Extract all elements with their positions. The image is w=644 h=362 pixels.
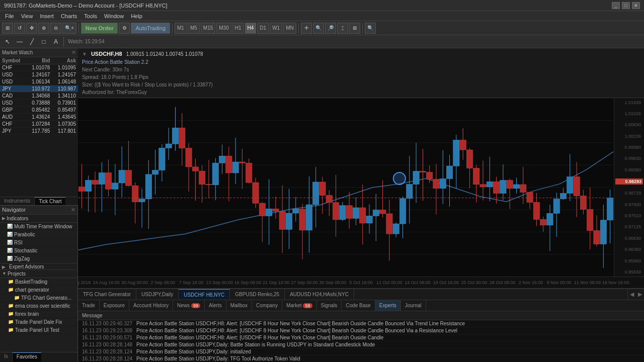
tb-zoom-out2[interactable]: ⊖ — [50, 23, 61, 34]
tb-refresh[interactable]: ↺ — [14, 23, 25, 34]
menu-charts[interactable]: Charts — [58, 12, 80, 20]
chart-body[interactable]: 1.019391.010261.006301.002260.999800.996… — [78, 98, 644, 277]
tick-chart-tab[interactable]: Tick Chart — [35, 197, 65, 205]
nav-project-item[interactable]: 📁chart generator — [0, 286, 77, 294]
nav-project-item[interactable]: 📁BasketTrading — [0, 278, 77, 286]
bottom-tab[interactable]: Experts — [375, 300, 401, 311]
new-order-button[interactable]: New Order — [81, 23, 118, 34]
watch-row[interactable]: USD 1.06134 1.06148 — [0, 78, 78, 85]
nav-tab-favorites[interactable]: Favorites — [13, 352, 41, 362]
tb-move[interactable]: ✥ — [26, 23, 37, 34]
maximize-button[interactable]: □ — [622, 2, 630, 9]
nav-item[interactable]: 📊Stochastic — [0, 247, 77, 255]
nav-tab-indicators[interactable]: Is — [0, 352, 13, 362]
bottom-tab[interactable]: Code Base — [342, 300, 375, 311]
tb-icon1[interactable]: ⚙ — [119, 23, 130, 34]
tf-m30[interactable]: M30 — [216, 23, 231, 34]
bottom-tab-label: Market — [286, 303, 302, 308]
minimize-button[interactable]: _ — [612, 2, 620, 9]
bottom-tab[interactable]: News99 — [173, 300, 205, 311]
menu-window[interactable]: Window — [101, 12, 127, 20]
draw-text[interactable]: A — [50, 36, 61, 47]
watch-row[interactable]: USD 1.24167 1.24167 — [0, 71, 78, 78]
tb-chart-zoom-in[interactable]: 🔍+ — [62, 23, 76, 34]
bottom-tab[interactable]: Trade — [78, 300, 100, 311]
watch-close[interactable]: ✕ — [71, 49, 76, 56]
tf-mn[interactable]: MN — [283, 23, 296, 34]
nav-project-item[interactable]: 📁ema cross over scientific — [0, 302, 77, 310]
chart-tab[interactable]: USDCHF H8,NYC — [179, 289, 230, 300]
bottom-tab[interactable]: Signals — [317, 300, 342, 311]
nav-close-icon[interactable]: ✕ — [71, 207, 75, 213]
draw-rect[interactable]: □ — [38, 36, 49, 47]
tb-period-sep[interactable]: ⌶ — [337, 23, 348, 34]
nav-project-item[interactable]: 📁Trade Panel UI Test — [0, 326, 77, 334]
watch-row[interactable]: AUD 1.43624 1.43645 — [0, 114, 78, 121]
tb-new-window[interactable]: ⊞ — [2, 23, 13, 34]
tf-h4[interactable]: H4 — [245, 23, 257, 34]
tb-chart-props[interactable]: ⊞ — [349, 23, 360, 34]
bottom-tab[interactable]: Company — [252, 300, 282, 311]
tf-h1[interactable]: H1 — [232, 23, 244, 34]
tb-crosshair[interactable]: ✛ — [301, 23, 312, 34]
tf-m1[interactable]: M1 — [175, 23, 187, 34]
nav-experts-header[interactable]: ▶ Expert Advisors — [0, 263, 77, 270]
watch-row[interactable]: CHF 1.01078 1.01095 — [0, 64, 78, 71]
watch-row[interactable]: CAD 1.34068 1.34110 — [0, 93, 78, 100]
chart-svg-wrapper[interactable] — [78, 98, 614, 277]
chart-tab-scroll-right[interactable]: ▶ — [636, 289, 644, 300]
bottom-tab[interactable]: Market58 — [282, 300, 317, 311]
bottom-tab[interactable]: Account History — [129, 300, 173, 311]
menu-insert[interactable]: Insert — [37, 12, 57, 20]
tb-zoom-in[interactable]: 🔍 — [313, 23, 324, 34]
tf-m5[interactable]: M5 — [188, 23, 200, 34]
tf-m15[interactable]: M15 — [201, 23, 215, 34]
chart-tab[interactable]: USDJPY,Daily — [136, 289, 179, 300]
watch-bid: 1.43624 — [26, 114, 52, 121]
menu-file[interactable]: File — [2, 12, 17, 20]
tb-zoom-in2[interactable]: ⊕ — [38, 23, 49, 34]
watch-row[interactable]: JPY 110.972 110.987 — [0, 85, 78, 93]
nav-project-item[interactable]: 📁Trade Panel Dale Fix — [0, 318, 77, 326]
svg-rect-19 — [105, 172, 111, 189]
watch-row[interactable]: CHF 1.07284 1.07305 — [0, 121, 78, 128]
bottom-tab-area: TradeExposureAccount HistoryNews99Alerts… — [78, 300, 644, 311]
chart-tab[interactable]: AUDUSD H24,HAshi,NYC — [285, 289, 354, 300]
tf-w1[interactable]: W1 — [270, 23, 282, 34]
bottom-tab[interactable]: Journal — [401, 300, 426, 311]
chart-svg[interactable] — [78, 98, 614, 277]
instruments-tab[interactable]: Instruments — [0, 197, 35, 205]
bottom-tab[interactable]: Mailbox — [226, 300, 252, 311]
nav-indicators-header[interactable]: ▶ Indicators — [0, 215, 77, 222]
tf-d1[interactable]: D1 — [257, 23, 269, 34]
menu-view[interactable]: View — [18, 12, 36, 20]
chart-tab[interactable]: TFG Chart Generator — [78, 289, 136, 300]
title-bar: 9901787: GoMarkets-Demo – Demo Account -… — [0, 0, 644, 11]
menu-tools[interactable]: Tools — [81, 12, 100, 20]
draw-cursor[interactable]: ↖ — [2, 36, 13, 47]
watch-row[interactable]: GBP 0.85482 0.85497 — [0, 107, 78, 114]
draw-line[interactable]: ╱ — [26, 36, 37, 47]
svg-rect-71 — [279, 211, 285, 229]
close-button[interactable]: ✕ — [632, 2, 640, 9]
nav-item[interactable]: 📊Multi Time Frame Window — [0, 223, 77, 231]
svg-rect-79 — [306, 205, 312, 230]
nav-item[interactable]: 📊RSI — [0, 239, 77, 247]
nav-project-item[interactable]: 📁TFG Chart Generato... — [0, 294, 77, 302]
svg-rect-31 — [145, 174, 151, 199]
menu-help[interactable]: Help — [128, 12, 145, 20]
bottom-tab[interactable]: Alerts — [205, 300, 226, 311]
nav-item[interactable]: 📊ZigZag — [0, 255, 77, 263]
tb-search[interactable]: 🔍 — [365, 23, 376, 34]
watch-row[interactable]: JPY 117.785 117.801 — [0, 128, 78, 135]
chart-tab-scroll-left[interactable]: ◀ — [627, 289, 636, 300]
watch-row[interactable]: USD 0.73888 0.73901 — [0, 100, 78, 107]
draw-hline[interactable]: — — [14, 36, 25, 47]
nav-item[interactable]: 📊Parabolic — [0, 231, 77, 239]
auto-trading-button[interactable]: AutoTrading — [131, 23, 170, 34]
bottom-tab[interactable]: Exposure — [100, 300, 129, 311]
nav-project-item[interactable]: 📁forex brain — [0, 310, 77, 318]
chart-tab[interactable]: GBPUSD Renko,25 — [230, 289, 285, 300]
tb-zoom-out[interactable]: 🔎 — [325, 23, 336, 34]
nav-projects-header[interactable]: ▼ Projects — [0, 270, 77, 278]
